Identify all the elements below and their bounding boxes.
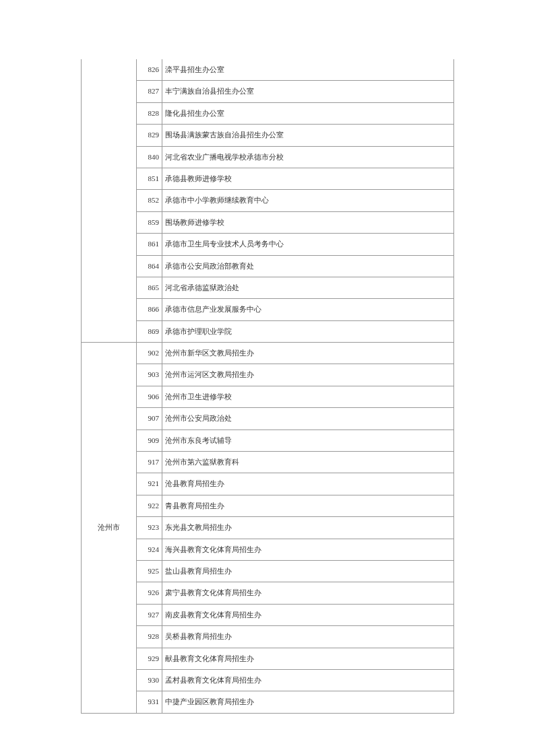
name-cell: 东光县文教局招生办 <box>162 517 454 539</box>
table-row: 927南皮县教育文化体育局招生办 <box>82 604 454 625</box>
table-row: 826滦平县招生办公室 <box>82 59 454 81</box>
code-cell: 840 <box>137 146 162 168</box>
name-cell: 盐山县教育局招生办 <box>162 560 454 582</box>
code-cell: 909 <box>137 429 162 451</box>
code-cell: 906 <box>137 386 162 407</box>
code-cell: 826 <box>137 59 162 81</box>
code-cell: 866 <box>137 299 162 320</box>
table-row: 906沧州市卫生进修学校 <box>82 386 454 407</box>
name-cell: 献县教育文化体育局招生办 <box>162 648 454 669</box>
name-cell: 承德县教师进修学校 <box>162 168 454 189</box>
code-cell: 852 <box>137 190 162 211</box>
code-cell: 903 <box>137 364 162 386</box>
name-cell: 河北省农业广播电视学校承德市分校 <box>162 146 454 168</box>
table-row: 864承德市公安局政治部教育处 <box>82 255 454 277</box>
name-cell: 吴桥县教育局招生办 <box>162 626 454 648</box>
table-row: 852承德市中小学教师继续教育中心 <box>82 190 454 211</box>
table-row: 917沧州市第六监狱教育科 <box>82 452 454 473</box>
code-cell: 864 <box>137 255 162 277</box>
code-cell: 922 <box>137 495 162 516</box>
name-cell: 承德市中小学教师继续教育中心 <box>162 190 454 211</box>
admissions-offices-table: 826滦平县招生办公室827丰宁满族自治县招生办公室828隆化县招生办公室829… <box>81 59 454 714</box>
name-cell: 承德市公安局政治部教育处 <box>162 255 454 277</box>
code-cell: 923 <box>137 517 162 539</box>
table-row: 922青县教育局招生办 <box>82 495 454 516</box>
code-cell: 917 <box>137 452 162 473</box>
code-cell: 828 <box>137 102 162 124</box>
table-row: 930孟村县教育文化体育局招生办 <box>82 669 454 691</box>
code-cell: 921 <box>137 473 162 495</box>
region-cell: 沧州市 <box>82 343 137 714</box>
code-cell: 929 <box>137 648 162 669</box>
code-cell: 907 <box>137 408 162 429</box>
code-cell: 931 <box>137 691 162 713</box>
name-cell: 青县教育局招生办 <box>162 495 454 516</box>
name-cell: 河北省承德监狱政治处 <box>162 277 454 298</box>
table-row: 925盐山县教育局招生办 <box>82 560 454 582</box>
table-row: 924海兴县教育文化体育局招生办 <box>82 539 454 560</box>
code-cell: 926 <box>137 582 162 604</box>
table-row: 921沧县教育局招生办 <box>82 473 454 495</box>
name-cell: 海兴县教育文化体育局招生办 <box>162 539 454 560</box>
name-cell: 承德市信息产业发展服务中心 <box>162 299 454 320</box>
code-cell: 924 <box>137 539 162 560</box>
table-row: 840河北省农业广播电视学校承德市分校 <box>82 146 454 168</box>
name-cell: 沧县教育局招生办 <box>162 473 454 495</box>
table-row: 859围场教师进修学校 <box>82 211 454 233</box>
region-cell <box>82 59 137 343</box>
code-cell: 829 <box>137 125 162 146</box>
table-row: 931中捷产业园区教育局招生办 <box>82 691 454 713</box>
table-row: 828隆化县招生办公室 <box>82 102 454 124</box>
name-cell: 肃宁县教育文化体育局招生办 <box>162 582 454 604</box>
code-cell: 865 <box>137 277 162 298</box>
name-cell: 围场教师进修学校 <box>162 211 454 233</box>
name-cell: 中捷产业园区教育局招生办 <box>162 691 454 713</box>
code-cell: 927 <box>137 604 162 625</box>
name-cell: 隆化县招生办公室 <box>162 102 454 124</box>
table-row: 903沧州市运河区文教局招生办 <box>82 364 454 386</box>
code-cell: 827 <box>137 81 162 102</box>
name-cell: 南皮县教育文化体育局招生办 <box>162 604 454 625</box>
table-row: 928吴桥县教育局招生办 <box>82 626 454 648</box>
code-cell: 851 <box>137 168 162 189</box>
name-cell: 围场县满族蒙古族自治县招生办公室 <box>162 125 454 146</box>
table-row: 929献县教育文化体育局招生办 <box>82 648 454 669</box>
name-cell: 孟村县教育文化体育局招生办 <box>162 669 454 691</box>
name-cell: 承德市卫生局专业技术人员考务中心 <box>162 234 454 255</box>
table-row: 909沧州市东良考试辅导 <box>82 429 454 451</box>
code-cell: 930 <box>137 669 162 691</box>
code-cell: 902 <box>137 343 162 364</box>
table-row: 926肃宁县教育文化体育局招生办 <box>82 582 454 604</box>
name-cell: 沧州市第六监狱教育科 <box>162 452 454 473</box>
table-row: 沧州市902沧州市新华区文教局招生办 <box>82 343 454 364</box>
table-row: 861承德市卫生局专业技术人员考务中心 <box>82 234 454 255</box>
name-cell: 沧州市运河区文教局招生办 <box>162 364 454 386</box>
table-row: 865河北省承德监狱政治处 <box>82 277 454 298</box>
code-cell: 869 <box>137 320 162 342</box>
table-row: 866承德市信息产业发展服务中心 <box>82 299 454 320</box>
name-cell: 丰宁满族自治县招生办公室 <box>162 81 454 102</box>
name-cell: 沧州市东良考试辅导 <box>162 429 454 451</box>
table-row: 869承德市护理职业学院 <box>82 320 454 342</box>
name-cell: 沧州市公安局政治处 <box>162 408 454 429</box>
table-row: 851承德县教师进修学校 <box>82 168 454 189</box>
code-cell: 859 <box>137 211 162 233</box>
table-row: 827丰宁满族自治县招生办公室 <box>82 81 454 102</box>
table-row: 829围场县满族蒙古族自治县招生办公室 <box>82 125 454 146</box>
code-cell: 928 <box>137 626 162 648</box>
code-cell: 925 <box>137 560 162 582</box>
code-cell: 861 <box>137 234 162 255</box>
table-row: 923东光县文教局招生办 <box>82 517 454 539</box>
name-cell: 沧州市卫生进修学校 <box>162 386 454 407</box>
name-cell: 沧州市新华区文教局招生办 <box>162 343 454 364</box>
name-cell: 滦平县招生办公室 <box>162 59 454 81</box>
table-row: 907沧州市公安局政治处 <box>82 408 454 429</box>
name-cell: 承德市护理职业学院 <box>162 320 454 342</box>
